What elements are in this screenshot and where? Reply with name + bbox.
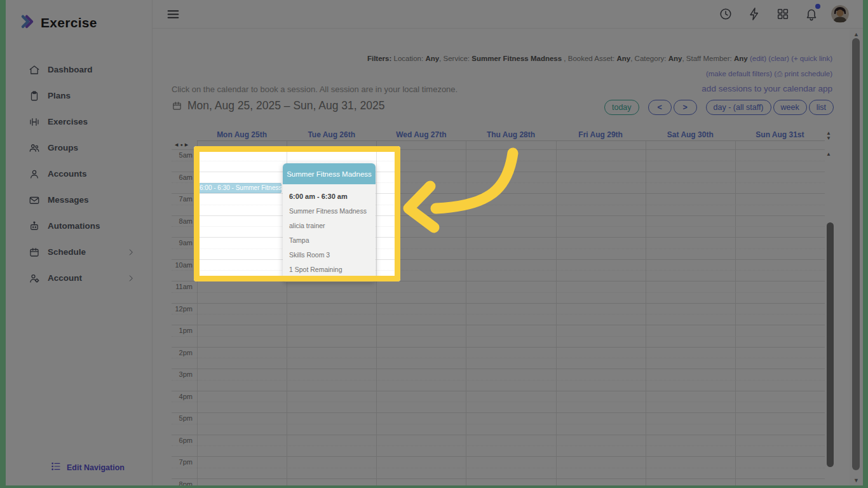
next-button[interactable]: >: [674, 100, 697, 115]
list-icon: [51, 461, 61, 474]
time-label: 4pm: [172, 393, 197, 400]
filter-link[interactable]: (+ quick link): [791, 55, 832, 62]
prev-button[interactable]: <: [648, 100, 672, 115]
hamburger-menu-icon[interactable]: [166, 8, 180, 22]
day-header[interactable]: Thu Aug 28th: [466, 130, 555, 140]
time-label: 2pm: [172, 349, 197, 356]
sidebar-item-label: Accounts: [48, 169, 87, 179]
envelope-icon: [29, 194, 40, 206]
sidebar-item-label: Exercises: [48, 117, 88, 126]
hour-row[interactable]: 4pm: [172, 391, 825, 413]
add-to-calendar-link[interactable]: add sessions to your calendar app: [702, 84, 832, 93]
filter-text: Any: [425, 55, 439, 62]
sidebar-item-account[interactable]: Account: [6, 265, 152, 291]
hour-row[interactable]: 11am: [172, 281, 825, 303]
sidebar-item-label: Schedule: [48, 247, 86, 257]
filter-secondary-link[interactable]: (make default filters): [706, 70, 772, 78]
sidebar-item-messages[interactable]: Messages: [6, 187, 152, 213]
session-detail: alicia trainer: [289, 222, 369, 229]
hour-row[interactable]: 3pm: [172, 369, 825, 391]
hour-row[interactable]: 5pm: [172, 412, 825, 435]
time-label: 6pm: [172, 437, 197, 444]
scroll-down-icon[interactable]: ▼: [850, 477, 863, 484]
calendar-scrollbar-thumb[interactable]: [827, 222, 834, 467]
sidebar-item-label: Automations: [48, 221, 100, 231]
page-scrollbar-thumb[interactable]: [852, 38, 860, 470]
session-popup-title: Summer Fitness Madness: [283, 163, 376, 184]
hour-row[interactable]: 9am: [172, 237, 825, 259]
calendar-grid[interactable]: 5am6am7am8am9am10am11am12pm1pm2pm3pm4pm5…: [172, 141, 825, 485]
group-icon: [29, 142, 40, 154]
filter-link[interactable]: (edit): [750, 55, 766, 62]
filter-secondary-link[interactable]: (⎙ print schedule): [772, 70, 832, 78]
week-view-button[interactable]: week: [773, 100, 807, 115]
barbell-icon: [29, 116, 40, 128]
sidebar-item-automations[interactable]: Automations: [6, 213, 152, 239]
session-detail: Tampa: [289, 236, 369, 244]
hour-row[interactable]: 8am: [172, 215, 825, 238]
sidebar-item-label: Groups: [48, 143, 78, 152]
edit-navigation-button[interactable]: Edit Navigation: [51, 461, 125, 474]
edit-navigation-label: Edit Navigation: [67, 463, 125, 472]
lightning-icon[interactable]: [747, 7, 761, 21]
session-event-chip[interactable]: 6:00 - 6:30 - Summer Fitness Madness: [198, 183, 281, 193]
calendar-day-headers: Mon Aug 25thTue Aug 26thWed Aug 27thThu …: [197, 130, 825, 141]
clock-icon[interactable]: [719, 7, 733, 21]
hour-row[interactable]: 1pm: [172, 325, 825, 347]
time-label: 12pm: [172, 305, 197, 313]
sidebar-item-label: Messages: [48, 195, 89, 205]
hour-row[interactable]: 2pm: [172, 347, 825, 369]
day-header[interactable]: Mon Aug 25th: [197, 130, 287, 140]
hour-row[interactable]: 7pm: [172, 456, 825, 478]
sidebar-item-exercises[interactable]: Exercises: [6, 109, 152, 135]
filter-text: Location:: [391, 55, 425, 62]
filter-text: , Staff Member:: [682, 55, 734, 62]
sidebar-item-plans[interactable]: Plans: [6, 83, 152, 109]
day-header[interactable]: Wed Aug 27th: [376, 130, 466, 140]
sidebar-item-groups[interactable]: Groups: [6, 135, 152, 161]
apps-grid-icon[interactable]: [776, 7, 790, 21]
time-label: 7pm: [172, 458, 197, 466]
hour-row[interactable]: 5am: [172, 149, 825, 172]
today-button[interactable]: today: [604, 100, 639, 115]
filters-secondary-links: (make default filters) (⎙ print schedule…: [706, 70, 832, 78]
hour-row[interactable]: 8pm: [172, 478, 825, 486]
day-header[interactable]: Tue Aug 26th: [287, 130, 376, 140]
filters-summary: Filters: Location: Any, Service: Summer …: [367, 55, 832, 62]
sidebar-item-label: Plans: [48, 91, 71, 100]
filter-link[interactable]: (clear): [768, 55, 789, 62]
bell-icon[interactable]: [804, 7, 818, 21]
sidebar-item-accounts[interactable]: Accounts: [6, 161, 152, 187]
week-calendar[interactable]: Mon Aug 25thTue Aug 26thWed Aug 27thThu …: [172, 130, 834, 485]
sidebar-item-dashboard[interactable]: Dashboard: [6, 57, 152, 83]
day-header[interactable]: Fri Aug 29th: [556, 130, 646, 140]
day-header[interactable]: Sun Aug 31st: [735, 130, 825, 140]
page-scrollbar[interactable]: ▲ ▼: [850, 29, 863, 485]
hour-row[interactable]: 10am: [172, 259, 825, 281]
filter-text: , Booked Asset:: [562, 55, 616, 62]
sidebar: Exercise DashboardPlansExercisesGroupsAc…: [6, 0, 153, 485]
session-popup: Summer Fitness Madness 6:00 am - 6:30 am…: [283, 163, 376, 282]
calendar-scroll-arrows[interactable]: ▲▼: [826, 131, 831, 141]
time-label: 11am: [172, 283, 197, 290]
brand-logo[interactable]: Exercise: [18, 13, 97, 33]
time-label: 1pm: [172, 327, 197, 334]
calendar-scroll-up-icon[interactable]: ▲: [826, 151, 831, 157]
clipboard-icon: [29, 90, 40, 102]
column-divider: [646, 141, 646, 485]
day-view-button[interactable]: day - (all staff): [706, 100, 771, 115]
list-view-button[interactable]: list: [809, 100, 834, 115]
hour-row[interactable]: 12pm: [172, 303, 825, 325]
time-label: 8pm: [172, 480, 197, 486]
time-label: 3pm: [172, 370, 197, 378]
sidebar-item-label: Account: [48, 273, 82, 283]
hour-row[interactable]: 6pm: [172, 435, 825, 457]
home-icon: [29, 64, 40, 76]
sidebar-nav: DashboardPlansExercisesGroupsAccountsMes…: [6, 57, 152, 291]
time-label: 5am: [172, 151, 197, 159]
avatar[interactable]: [831, 5, 849, 23]
day-header[interactable]: Sat Aug 30th: [646, 130, 735, 140]
scroll-up-icon[interactable]: ▲: [850, 31, 863, 37]
sidebar-item-schedule[interactable]: Schedule: [6, 239, 152, 265]
notification-dot: [815, 4, 820, 9]
